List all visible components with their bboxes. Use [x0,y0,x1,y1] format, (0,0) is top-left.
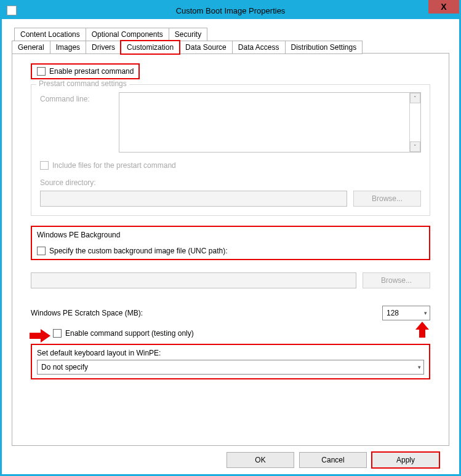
command-line-textarea: ˄ ˅ [119,92,421,153]
tab-drivers[interactable]: Drivers [86,41,121,54]
apply-button[interactable]: Apply [372,452,439,468]
bg-path-field [31,272,356,288]
command-line-label: Command line: [40,92,114,103]
command-line-scrollbar: ˄ ˅ [409,93,420,152]
enable-cmd-support-checkbox[interactable] [53,329,62,338]
scroll-up-icon: ˄ [410,93,420,103]
close-icon: X [441,2,446,12]
dialog-window: Custom Boot Image Properties X Content L… [0,0,461,476]
highlight-winpe-background: Windows PE Background Specify the custom… [31,226,430,260]
scratch-space-label: Windows PE Scratch Space (MB): [31,309,143,317]
browse-bg-button: Browse... [363,272,430,288]
scroll-down-icon: ˅ [410,141,420,152]
chevron-down-icon: ▾ [424,310,427,316]
winpe-bg-legend: Windows PE Background [37,231,424,239]
browse-source-button: Browse... [353,191,421,207]
tab-panel-customization: Enable prestart command Prestart command… [12,53,449,446]
source-dir-label: Source directory: [40,178,421,187]
client-area: Content Locations Optional Components Se… [2,19,459,474]
tab-row-1: Content Locations Optional Components Se… [14,28,207,41]
tab-distribution-settings[interactable]: Distribution Settings [285,41,363,54]
window-title: Custom Boot Image Properties [2,6,459,15]
enable-prestart-label: Enable prestart command [49,67,134,76]
tab-row-2: General Images Drivers Customization Dat… [12,41,362,54]
tab-general[interactable]: General [12,41,50,54]
ok-button[interactable]: OK [226,452,294,468]
dialog-footer: OK Cancel Apply [12,446,449,468]
close-button[interactable]: X [428,0,459,14]
include-files-checkbox [40,161,49,170]
keyboard-layout-value: Do not specify [41,363,88,371]
specify-bg-checkbox[interactable] [37,247,46,255]
prestart-settings-group: Prestart command settings Command line: … [31,84,430,216]
prestart-settings-legend: Prestart command settings [36,79,129,88]
cancel-button[interactable]: Cancel [299,452,367,468]
tab-data-access[interactable]: Data Access [232,41,286,54]
titlebar: Custom Boot Image Properties X [2,2,459,19]
chevron-down-icon: ▾ [418,364,421,370]
keyboard-layout-select[interactable]: Do not specify ▾ [37,360,424,375]
keyboard-layout-label: Set default keyboard layout in WinPE: [37,349,424,357]
svg-marker-1 [30,329,50,343]
tab-security[interactable]: Security [169,28,207,41]
tab-optional-components[interactable]: Optional Components [86,28,169,41]
scratch-space-value: 128 [387,309,399,317]
scratch-space-select[interactable]: 128 ▾ [382,306,430,320]
highlight-enable-prestart: Enable prestart command [31,63,140,79]
highlight-keyboard-layout: Set default keyboard layout in WinPE: Do… [31,344,430,379]
tab-images[interactable]: Images [50,41,86,54]
tab-customization[interactable]: Customization [121,41,180,54]
specify-bg-label: Specify the custom background image file… [49,247,227,255]
tabstrip: Content Locations Optional Components Se… [12,28,449,54]
enable-cmd-support-label: Enable command support (testing only) [65,329,194,338]
tab-content-locations[interactable]: Content Locations [14,28,86,41]
arrow-right-marker-icon [30,329,50,344]
enable-prestart-checkbox[interactable] [37,67,46,76]
tab-data-source[interactable]: Data Source [179,41,233,54]
include-files-label: Include files for the prestart command [52,161,176,170]
source-dir-field [40,191,347,207]
